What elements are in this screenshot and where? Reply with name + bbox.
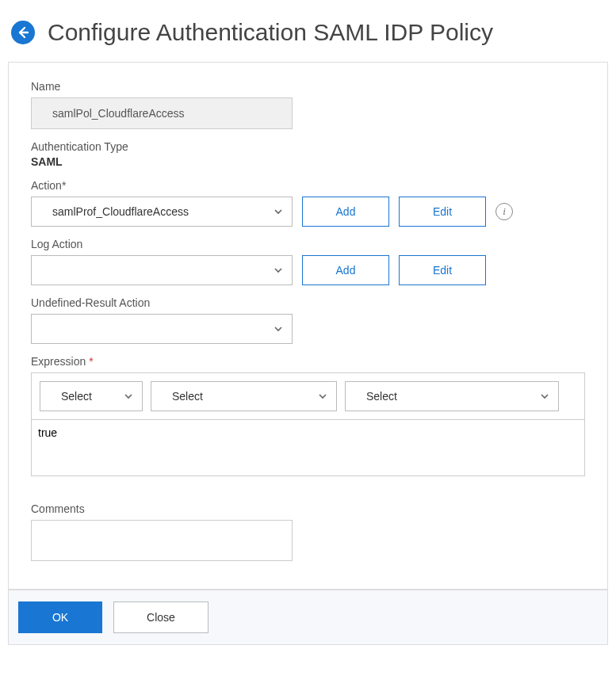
comments-textarea[interactable]	[31, 520, 293, 561]
footer-bar: OK Close	[8, 590, 608, 645]
form-panel: Name samlPol_CloudflareAccess Authentica…	[8, 62, 608, 590]
expression-label: Expression *	[31, 355, 585, 368]
chevron-down-icon	[273, 265, 284, 276]
expression-textarea[interactable]	[31, 419, 585, 476]
undefined-result-select[interactable]	[31, 314, 293, 344]
name-input: samlPol_CloudflareAccess	[31, 97, 293, 129]
ok-button[interactable]: OK	[18, 601, 102, 633]
comments-label: Comments	[31, 502, 585, 515]
action-add-button[interactable]: Add	[302, 197, 389, 227]
arrow-left-icon	[17, 26, 29, 39]
log-action-label: Log Action	[31, 238, 585, 250]
expression-select-2[interactable]: Select	[151, 381, 337, 411]
back-button[interactable]	[11, 21, 35, 44]
page-title: Configure Authentication SAML IDP Policy	[48, 19, 493, 46]
undefined-result-label: Undefined-Result Action	[31, 296, 585, 309]
auth-type-label: Authentication Type	[31, 140, 585, 153]
log-action-edit-button[interactable]: Edit	[399, 255, 486, 285]
info-icon[interactable]: i	[495, 203, 513, 220]
close-button[interactable]: Close	[113, 601, 209, 633]
auth-type-value: SAML	[31, 155, 585, 168]
log-action-add-button[interactable]: Add	[302, 255, 389, 285]
name-value: samlPol_CloudflareAccess	[52, 107, 185, 120]
name-label: Name	[31, 80, 585, 93]
log-action-select[interactable]	[31, 255, 293, 285]
chevron-down-icon	[123, 391, 134, 402]
expression-select-1[interactable]: Select	[40, 381, 143, 411]
action-edit-button[interactable]: Edit	[399, 197, 486, 227]
expression-select-3[interactable]: Select	[345, 381, 559, 411]
chevron-down-icon	[273, 323, 284, 334]
action-select[interactable]: samlProf_CloudflareAccess	[31, 197, 293, 227]
chevron-down-icon	[539, 391, 550, 402]
expression-toolbar: Select Select Select	[31, 372, 585, 419]
action-label: Action*	[31, 179, 585, 192]
required-asterisk: *	[89, 355, 93, 368]
action-select-value: samlProf_CloudflareAccess	[52, 205, 189, 218]
chevron-down-icon	[317, 391, 328, 402]
chevron-down-icon	[273, 206, 284, 217]
